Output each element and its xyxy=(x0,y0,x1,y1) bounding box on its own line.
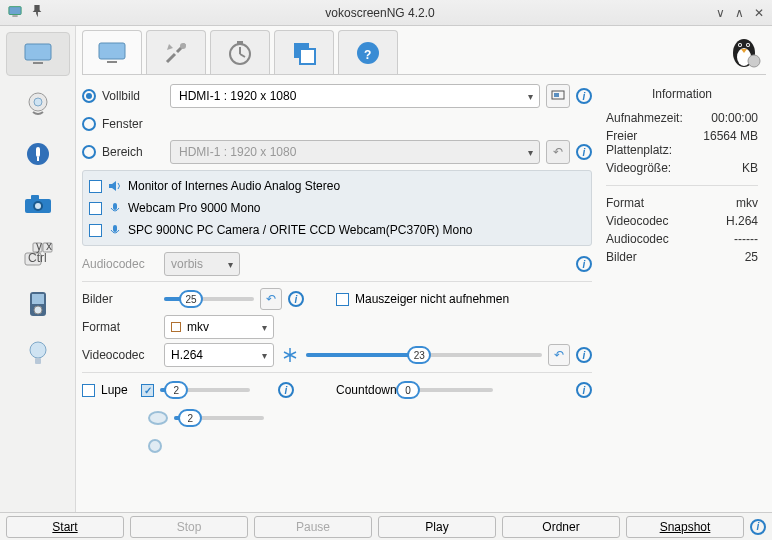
bilder-label: Bilder xyxy=(82,292,158,306)
videocodec-quality-slider[interactable]: 23 xyxy=(306,345,542,365)
radio-bereich[interactable] xyxy=(82,145,96,159)
radio-vollbild[interactable] xyxy=(82,89,96,103)
vnav-webcam[interactable] xyxy=(6,82,70,126)
svg-rect-10 xyxy=(31,195,39,200)
lupe-slider-1[interactable]: 2 xyxy=(160,380,250,400)
info-acodec-label: Audiocodec xyxy=(606,232,669,246)
lupe-ellipse-icon[interactable] xyxy=(148,411,168,425)
videocodec-combo[interactable]: H.264 xyxy=(164,343,274,367)
vnav-bulb[interactable] xyxy=(6,332,70,376)
svg-point-5 xyxy=(34,98,42,106)
tab-timer[interactable] xyxy=(210,30,270,74)
countdown-slider[interactable]: 0 xyxy=(403,380,493,400)
info-size-unit: KB xyxy=(742,161,758,175)
vnav-audio[interactable] xyxy=(6,132,70,176)
ordner-button[interactable]: Ordner xyxy=(502,516,620,538)
vnav-screen[interactable] xyxy=(6,32,70,76)
vnav-keys[interactable]: Ctrlyx xyxy=(6,232,70,276)
videocodec-label: Videocodec xyxy=(82,348,158,362)
vollbild-combo[interactable]: HDMI-1 : 1920 x 1080 xyxy=(170,84,540,108)
svg-rect-3 xyxy=(33,62,43,64)
audiocodec-label: Audiocodec xyxy=(82,257,158,271)
tab-display[interactable] xyxy=(82,30,142,74)
bilder-reset-button[interactable]: ↶ xyxy=(260,288,282,310)
pin-icon[interactable] xyxy=(30,4,44,21)
maximize-icon[interactable]: ∧ xyxy=(735,6,744,20)
lupe-slider-2[interactable]: 2 xyxy=(174,408,264,428)
bilder-slider[interactable]: 25 xyxy=(164,289,254,309)
info-vcodec-label: Videocodec xyxy=(606,214,669,228)
pause-button: Pause xyxy=(254,516,372,538)
vollbild-info-icon[interactable]: i xyxy=(576,88,592,104)
radio-fenster[interactable] xyxy=(82,117,96,131)
window-title: vokoscreenNG 4.2.0 xyxy=(44,6,716,20)
bereich-info-icon[interactable]: i xyxy=(576,144,592,160)
svg-rect-20 xyxy=(32,294,44,304)
audio-check-2[interactable] xyxy=(89,224,102,237)
countdown-info-icon[interactable]: i xyxy=(576,382,592,398)
format-combo[interactable]: mkv xyxy=(164,315,274,339)
close-icon[interactable]: ✕ xyxy=(754,6,764,20)
info-free-value: 16564 xyxy=(703,129,736,143)
penguin-icon xyxy=(726,33,766,72)
svg-rect-0 xyxy=(9,7,21,15)
tab-windows[interactable] xyxy=(274,30,334,74)
svg-point-22 xyxy=(30,342,46,358)
svg-rect-41 xyxy=(554,93,559,97)
lupe-circle-icon[interactable] xyxy=(148,439,162,453)
tab-help[interactable]: ? xyxy=(338,30,398,74)
mauszeiger-label: Mauszeiger nicht aufnehmen xyxy=(355,292,509,306)
svg-rect-7 xyxy=(36,147,40,157)
vnav-player[interactable] xyxy=(6,282,70,326)
start-button[interactable]: Start xyxy=(6,516,124,538)
audiocodec-info-icon[interactable]: i xyxy=(576,256,592,272)
lupe-info-icon[interactable]: i xyxy=(278,382,294,398)
info-format-label: Format xyxy=(606,196,644,210)
info-rectime-label: Aufnahmezeit: xyxy=(606,111,683,125)
svg-point-21 xyxy=(34,306,42,314)
mic-icon xyxy=(108,224,122,236)
audiocodec-combo: vorbis xyxy=(164,252,240,276)
info-acodec-value: ------ xyxy=(734,232,758,246)
app-icon xyxy=(8,4,22,21)
svg-point-37 xyxy=(739,44,741,46)
format-label: Format xyxy=(82,320,158,334)
vollbild-label: Vollbild xyxy=(102,89,164,103)
info-bilder-label: Bilder xyxy=(606,250,637,264)
bereich-reset-button[interactable]: ↶ xyxy=(546,140,570,164)
bilder-info-icon[interactable]: i xyxy=(288,291,304,307)
footer-info-icon[interactable]: i xyxy=(750,519,766,535)
audio-check-1[interactable] xyxy=(89,202,102,215)
svg-text:y: y xyxy=(36,241,42,253)
play-button[interactable]: Play xyxy=(378,516,496,538)
vollbild-identify-button[interactable] xyxy=(546,84,570,108)
svg-rect-30 xyxy=(300,49,315,64)
svg-rect-1 xyxy=(12,15,17,16)
tab-tools[interactable] xyxy=(146,30,206,74)
svg-rect-43 xyxy=(113,225,117,232)
audio-check-0[interactable] xyxy=(89,180,102,193)
svg-rect-23 xyxy=(35,358,41,364)
svg-point-12 xyxy=(35,203,41,209)
info-rectime-value: 00:00:00 xyxy=(711,111,758,125)
videocodec-info-icon[interactable]: i xyxy=(576,347,592,363)
fenster-label: Fenster xyxy=(102,117,164,131)
videocodec-reset-button[interactable]: ↶ xyxy=(548,344,570,366)
svg-text:Ctrl: Ctrl xyxy=(28,251,47,265)
bereich-label: Bereich xyxy=(102,145,164,159)
snapshot-button[interactable]: Snapshot xyxy=(626,516,744,538)
lupe-check[interactable] xyxy=(82,384,95,397)
audio-label-1: Webcam Pro 9000 Mono xyxy=(128,201,261,215)
vnav-camera[interactable] xyxy=(6,182,70,226)
svg-point-39 xyxy=(748,55,760,67)
svg-rect-8 xyxy=(37,157,39,161)
crf-icon xyxy=(280,346,300,364)
svg-text:x: x xyxy=(46,241,52,253)
lupe-label: Lupe xyxy=(101,383,135,397)
mauszeiger-check[interactable] xyxy=(336,293,349,306)
svg-rect-2 xyxy=(25,44,51,60)
info-format-value: mkv xyxy=(736,196,758,210)
svg-rect-42 xyxy=(113,203,117,210)
lupe-rect-check[interactable] xyxy=(141,384,154,397)
minimize-icon[interactable]: ∨ xyxy=(716,6,725,20)
